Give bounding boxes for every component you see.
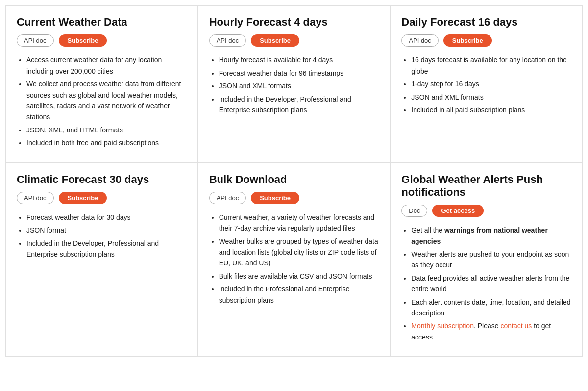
list-item: Forecast weather data for 96 timestamps — [219, 68, 379, 78]
api-doc-button-daily-forecast[interactable]: API doc — [401, 34, 439, 47]
contact-us-link[interactable]: contact us — [500, 322, 532, 330]
list-item: Weather alerts are pushed to your endpoi… — [411, 249, 571, 271]
btn-row-hourly-forecast: API doc Subscribe — [209, 34, 379, 47]
list-item: Current weather, a variety of weather fo… — [219, 212, 379, 234]
card-global-weather-alerts: Global Weather Alerts Push notifications… — [390, 163, 583, 357]
list-item: Hourly forecast is available for 4 days — [219, 54, 379, 65]
product-grid: Current Weather Data API doc Subscribe A… — [5, 5, 583, 357]
api-doc-button-current-weather[interactable]: API doc — [17, 34, 54, 47]
card-hourly-forecast: Hourly Forecast 4 days API doc Subscribe… — [198, 5, 391, 163]
list-item: 1-day step for 16 days — [411, 78, 571, 89]
list-item: Access current weather data for any loca… — [26, 54, 187, 77]
subscribe-button-current-weather[interactable]: Subscribe — [59, 34, 107, 47]
subscribe-button-daily-forecast[interactable]: Subscribe — [443, 34, 492, 47]
card-climatic-forecast: Climatic Forecast 30 days API doc Subscr… — [5, 163, 198, 357]
list-item: Included in the Developer, Professional … — [219, 94, 379, 116]
list-item: Included in the Professional and Enterpr… — [219, 284, 379, 306]
list-item: We collect and process weather data from… — [26, 78, 187, 123]
list-item: Included in the Developer, Professional … — [26, 238, 187, 260]
btn-row-daily-forecast: API doc Subscribe — [401, 34, 571, 47]
card-current-weather: Current Weather Data API doc Subscribe A… — [5, 5, 198, 163]
api-doc-button-climatic-forecast[interactable]: API doc — [17, 192, 54, 204]
list-item: 16 days forecast is available for any lo… — [411, 54, 571, 77]
monthly-subscription-link[interactable]: Monthly subscription — [411, 322, 474, 330]
features-list-bulk-download: Current weather, a variety of weather fo… — [209, 212, 379, 306]
list-item: JSON and XML formats — [219, 80, 379, 91]
list-item: JSON, XML, and HTML formats — [26, 125, 187, 135]
bold-text-warnings: warnings from national weather agencies — [411, 226, 548, 245]
list-item: Included in both free and paid subscript… — [26, 137, 187, 148]
doc-button-global-weather-alerts[interactable]: Doc — [401, 205, 427, 217]
subscribe-button-hourly-forecast[interactable]: Subscribe — [251, 34, 299, 47]
list-item: Monthly subscription. Please contact us … — [411, 320, 571, 342]
btn-row-global-weather-alerts: Doc Get access — [401, 205, 571, 217]
list-item: Get all the warnings from national weath… — [411, 225, 571, 247]
list-item: Bulk files are available via CSV and JSO… — [219, 271, 379, 282]
subscribe-button-climatic-forecast[interactable]: Subscribe — [59, 192, 107, 204]
list-item: JSON and XML formats — [411, 92, 571, 103]
list-item: Forecast weather data for 30 days — [26, 212, 187, 223]
list-item: JSON format — [26, 225, 187, 235]
card-title-current-weather: Current Weather Data — [17, 16, 187, 28]
card-title-global-weather-alerts: Global Weather Alerts Push notifications — [401, 173, 571, 199]
list-item: Each alert contents date, time, location… — [411, 297, 571, 319]
api-doc-button-hourly-forecast[interactable]: API doc — [209, 34, 246, 47]
btn-row-bulk-download: API doc Subscribe — [209, 192, 379, 204]
subscribe-button-bulk-download[interactable]: Subscribe — [251, 192, 299, 204]
get-access-button-global-weather-alerts[interactable]: Get access — [432, 205, 484, 217]
list-item: Weather bulks are grouped by types of we… — [219, 236, 379, 269]
features-list-daily-forecast: 16 days forecast is available for any lo… — [401, 54, 571, 115]
card-title-daily-forecast: Daily Forecast 16 days — [401, 16, 571, 28]
api-doc-button-bulk-download[interactable]: API doc — [209, 192, 246, 204]
card-title-hourly-forecast: Hourly Forecast 4 days — [209, 16, 379, 28]
btn-row-climatic-forecast: API doc Subscribe — [17, 192, 187, 204]
list-item: Included in all paid subscription plans — [411, 104, 571, 115]
card-bulk-download: Bulk Download API doc Subscribe Current … — [198, 163, 391, 357]
btn-row-current-weather: API doc Subscribe — [17, 34, 187, 47]
list-item: Data feed provides all active weather al… — [411, 273, 571, 295]
features-list-hourly-forecast: Hourly forecast is available for 4 days … — [209, 54, 379, 115]
features-list-global-weather-alerts: Get all the warnings from national weath… — [401, 225, 571, 342]
card-daily-forecast: Daily Forecast 16 days API doc Subscribe… — [390, 5, 583, 163]
card-title-climatic-forecast: Climatic Forecast 30 days — [17, 173, 187, 186]
features-list-climatic-forecast: Forecast weather data for 30 days JSON f… — [17, 212, 187, 260]
card-title-bulk-download: Bulk Download — [209, 173, 379, 186]
features-list-current-weather: Access current weather data for any loca… — [17, 54, 187, 148]
